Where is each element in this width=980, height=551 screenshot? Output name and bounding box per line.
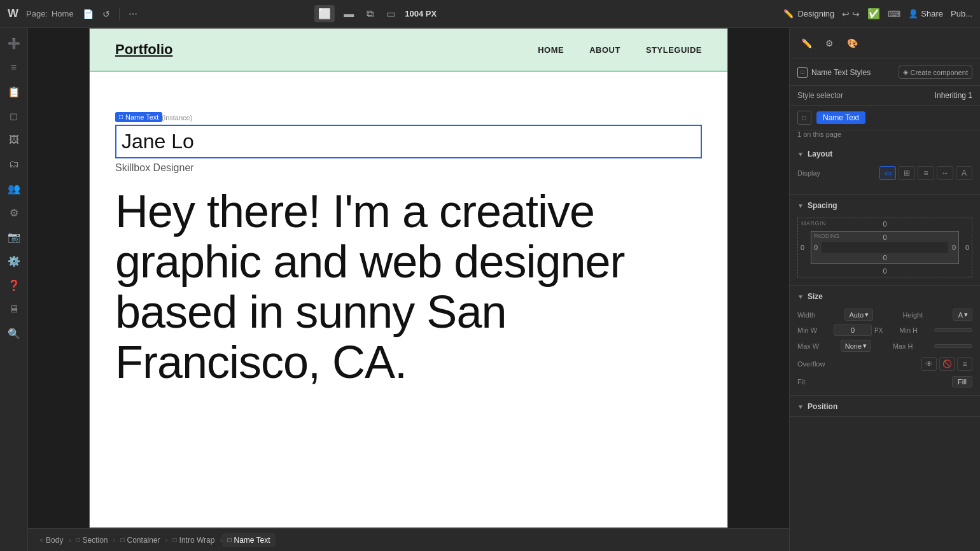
size-chevron-icon: ▼ [797,293,804,300]
undo-btn[interactable]: ↩ [842,9,850,19]
name-text-small-icon: □ [797,111,811,125]
padding-label: PADDING [814,233,839,239]
cms-icon[interactable]: 🗂 [4,154,24,174]
mode-indicator[interactable]: ✏️ Designing [783,9,834,18]
designing-label: Designing [797,9,834,18]
padding-left-value[interactable]: 0 [814,244,818,251]
display-inline-btn[interactable]: ↔ [937,166,953,180]
padding-bottom-value[interactable]: 0 [883,254,886,262]
nav-link-styleguide[interactable]: STYLEGUIDE [646,45,702,55]
apps-icon[interactable]: ⚙ [4,202,24,223]
display-grid-btn[interactable]: ⊞ [899,166,915,180]
search-icon[interactable]: 🔍 [4,323,24,344]
padding-box: PADDING 0 0 0 0 [811,231,959,264]
page-frame: Portfolio HOME ABOUT STYLEGUIDE ⊕ Naviga… [89,28,728,528]
page-name[interactable]: Home [52,9,74,18]
name-text-selected-badge[interactable]: Name Text [816,111,865,124]
name-text-icon: □ [227,536,231,543]
more-options-icon[interactable]: ⋯ [127,8,139,20]
navigation-bar: Portfolio HOME ABOUT STYLEGUIDE [90,29,727,72]
screen-icon[interactable]: 🖥 [4,299,24,319]
intro-wrap-icon: □ [173,536,177,543]
create-component-button[interactable]: ◈ Create component [899,66,973,79]
position-section-header[interactable]: ▼ Position [790,396,980,416]
overflow-icons: 👁 🚫 ≡ [921,357,972,371]
media-icon[interactable]: 📷 [4,227,24,247]
desktop-viewport-btn[interactable]: ⬜ [314,5,335,22]
style-selector-label: Style selector [797,91,843,100]
redo-btn[interactable]: ↪ [852,9,860,19]
breadcrumb-body[interactable]: ○ Body [34,533,68,547]
style-tab-icon[interactable]: ✏️ [797,34,815,52]
history-icon[interactable]: ↺ [101,8,111,20]
undo-redo-controls: ↩ ↪ [842,9,860,19]
pages-icon[interactable]: 📋 [4,81,24,102]
users-icon[interactable]: 👥 [4,178,24,199]
layout-section-header[interactable]: ▼ Layout [790,143,980,164]
min-h-input[interactable] [934,328,972,332]
canvas-area: Portfolio HOME ABOUT STYLEGUIDE ⊕ Naviga… [28,28,789,551]
layers-icon[interactable]: ≡ [4,57,24,78]
max-w-dropdown[interactable]: None ▾ [841,340,871,352]
size-section-label: Size [808,292,823,301]
margin-left-value[interactable]: 0 [801,244,804,251]
padding-right-value[interactable]: 0 [952,244,956,251]
overflow-hidden-icon[interactable]: 🚫 [939,357,955,371]
breadcrumb-bar: ○ Body › □ Section › □ Container › □ Int… [28,528,789,551]
nav-link-home[interactable]: HOME [538,45,564,55]
spacing-section: ▼ Spacing MARGIN 0 0 0 0 PADDING 0 0 0 0 [790,195,980,286]
add-element-icon[interactable]: ➕ [4,33,24,53]
display-block-btn[interactable]: ▭ [879,166,896,180]
margin-box: MARGIN 0 0 0 0 PADDING 0 0 0 0 [797,218,972,277]
component-icon: □ [797,67,808,78]
margin-right-value[interactable]: 0 [965,244,969,251]
split-viewport-btn[interactable]: ⧉ [363,6,377,22]
width-dropdown-arrow: ▾ [865,310,869,319]
style-selector-row: Style selector Inheriting 1 [790,86,980,106]
interactions-tab-icon[interactable]: 🎨 [843,34,861,52]
share-button[interactable]: 👤 Share [908,9,943,18]
name-text-box[interactable]: Jane Lo [115,125,702,158]
breadcrumb-section[interactable]: □ Section [71,533,113,547]
breadcrumb-intro-wrap[interactable]: □ Intro Wrap [168,533,220,547]
height-dropdown[interactable]: A ▾ [953,309,972,321]
min-w-input[interactable]: 0 [834,324,872,336]
display-auto-btn[interactable]: A [956,166,972,180]
components-icon[interactable]: ◻ [4,106,24,126]
spacing-section-header[interactable]: ▼ Spacing [790,195,980,215]
overflow-scroll-icon[interactable]: ≡ [957,357,972,371]
size-section-header[interactable]: ▼ Size [790,286,980,306]
settings-tab-icon[interactable]: ⚙ [820,34,838,52]
create-component-icon: ◈ [903,68,908,76]
breadcrumb-introwrap-label: Intro Wrap [179,536,215,545]
margin-top-value[interactable]: 0 [883,220,886,228]
name-text-value: Jane Lo [122,130,696,153]
settings-icon[interactable]: ⚙️ [4,251,24,271]
code-view-icon[interactable]: ⌨ [888,9,900,19]
publish-button[interactable]: Pub... [951,9,972,18]
margin-bottom-value[interactable]: 0 [883,267,886,275]
layout-section: ▼ Layout Display ▭ ⊞ ≡ ↔ A [790,143,980,195]
overflow-visible-icon[interactable]: 👁 [921,357,937,371]
tablet-viewport-btn[interactable]: ▭ [382,5,400,22]
width-dropdown[interactable]: Auto ▾ [844,309,873,321]
name-text-styles-label: Name Text Styles [811,68,871,77]
wide-viewport-btn[interactable]: ▬ [340,6,358,22]
subtitle-text: Skillbox Designer [115,162,702,174]
edit-page-icon[interactable]: 📄 [81,8,95,20]
help-icon[interactable]: ❓ [4,275,24,295]
size-section: ▼ Size Width Auto ▾ Height A ▾ [790,286,980,396]
page-actions: 📄 ↺ [81,8,111,20]
max-h-input[interactable] [934,344,972,348]
fit-value[interactable]: Fill [952,376,972,387]
assets-icon[interactable]: 🖼 [4,130,24,150]
display-flex-btn[interactable]: ≡ [918,166,934,180]
min-w-label: Min W [797,326,817,334]
fit-label: Fit [797,378,805,386]
breadcrumb-container[interactable]: □ Container [115,533,165,547]
nav-link-about[interactable]: ABOUT [589,45,620,55]
breadcrumb-name-text[interactable]: □ Name Text [222,533,275,547]
app-logo: W [8,7,18,20]
component-row: □ Name Text Styles ◈ Create component [790,59,980,86]
padding-top-value[interactable]: 0 [883,234,886,241]
